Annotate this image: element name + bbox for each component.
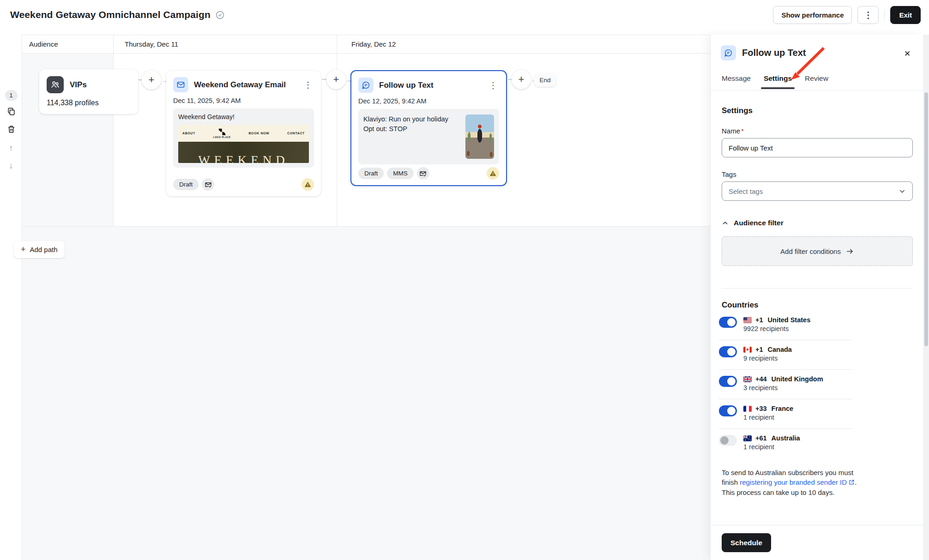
channel-badge: MMS <box>387 168 414 179</box>
country-row-france: +33 France 1 recipient <box>719 399 857 421</box>
email-card-title: Weekend Getaway Email <box>194 80 296 90</box>
audience-name: VIPs <box>70 80 87 90</box>
page-title: Weekend Getaway Omnichannel Campaign <box>10 9 225 20</box>
show-performance-button[interactable]: Show performance <box>773 6 852 24</box>
column-divider <box>113 35 114 226</box>
tags-select[interactable]: Select tags <box>722 181 913 201</box>
schedule-button[interactable]: Schedule <box>722 533 771 552</box>
panel-scrollbar-thumb[interactable] <box>924 92 928 346</box>
status-badge: Draft <box>358 168 384 179</box>
panel-tabs: Message Settings Review <box>722 74 828 89</box>
sms-send-datetime: Dec 12, 2025, 9:42 AM <box>358 97 499 105</box>
tags-placeholder: Select tags <box>729 187 763 195</box>
message-sent-icon <box>417 167 429 180</box>
campaign-title-text: Weekend Getaway Omnichannel Campaign <box>10 9 211 20</box>
tabs-divider <box>711 90 923 91</box>
email-subject: Weekend Getaway! <box>178 113 309 120</box>
countries-section-title: Countries <box>722 301 758 310</box>
country-row-canada: +1 Canada 9 recipients <box>719 340 857 362</box>
row-number-badge: 1 <box>0 90 22 101</box>
add-filter-conditions-button[interactable]: Add filter conditions <box>722 236 913 266</box>
topbar-actions: Show performance ⋮ Exit <box>773 6 921 24</box>
segment-people-icon <box>47 76 64 93</box>
flag-us-icon <box>743 317 752 323</box>
mock-logo: LOGO PLACE <box>213 128 231 138</box>
add-step-button[interactable]: + <box>142 70 161 90</box>
row-toolbar-rail: 1 ↑ ↓ <box>0 35 22 560</box>
email-card-menu-button[interactable]: ⋮ <box>302 80 314 90</box>
move-row-down-button[interactable]: ↓ <box>0 161 22 170</box>
exit-button[interactable]: Exit <box>890 6 921 24</box>
end-node: End <box>534 73 556 87</box>
add-step-button[interactable]: + <box>326 70 346 89</box>
email-channel-icon <box>173 77 188 92</box>
chevron-up-icon <box>722 220 729 227</box>
tab-message[interactable]: Message <box>722 74 751 89</box>
column-divider <box>337 35 337 226</box>
mock-nav-about: ABOUT <box>182 132 195 135</box>
mock-nav-book-now: BOOK NOW <box>248 132 269 135</box>
add-path-button[interactable]: + Add path <box>14 241 65 258</box>
name-label: Name* <box>722 127 744 135</box>
column-thursday: Thursday, Dec 11 <box>125 35 178 54</box>
country-row-united-kingdom: +44 United Kingdom 3 recipients <box>719 369 857 391</box>
email-step-card[interactable]: Weekend Getaway Email ⋮ Dec 11, 2025, 9:… <box>166 71 321 196</box>
country-row-united-states: +1 United States 9922 recipients <box>719 316 857 332</box>
required-asterisk: * <box>741 127 744 135</box>
step-settings-panel: Follow up Text ✕ Message Settings Review… <box>710 35 923 560</box>
country-toggle[interactable] <box>719 435 737 446</box>
tab-review[interactable]: Review <box>805 74 828 89</box>
status-badge: Draft <box>173 179 199 190</box>
country-toggle[interactable] <box>719 405 737 416</box>
flag-gb-icon <box>743 376 752 382</box>
country-toggle[interactable] <box>719 346 737 357</box>
column-friday: Friday, Dec 12 <box>351 35 396 54</box>
sms-message-text: Klaviyo: Run on your holiday Opt out: ST… <box>363 114 461 160</box>
country-row-australia: +61 Australia 1 recipient <box>719 428 857 451</box>
warning-icon <box>302 178 314 191</box>
email-sent-icon <box>202 178 214 191</box>
flag-fr-icon <box>743 406 752 412</box>
section-divider <box>722 288 913 289</box>
audience-filter-toggle[interactable]: Audience filter <box>722 219 784 227</box>
copy-icon <box>7 107 16 116</box>
row-divider-line <box>0 226 710 227</box>
duplicate-row-button[interactable] <box>0 107 22 116</box>
arrow-right-icon <box>845 247 854 256</box>
settings-section-title: Settings <box>722 106 753 115</box>
chevron-down-icon <box>899 187 906 195</box>
external-link-icon <box>849 479 855 485</box>
mms-image-thumbnail <box>465 114 494 159</box>
topbar-separator <box>884 9 885 21</box>
country-toggle[interactable] <box>719 317 737 328</box>
audience-profile-count: 114,338 profiles <box>47 99 131 107</box>
add-step-button[interactable]: + <box>512 70 531 89</box>
mock-nav-contact: CONTACT <box>287 132 305 135</box>
close-panel-button[interactable]: ✕ <box>900 47 914 60</box>
flag-au-icon <box>743 435 752 441</box>
sms-card-menu-button[interactable]: ⋮ <box>487 80 499 90</box>
hero-headline: WEEKEND <box>198 156 289 163</box>
plus-icon: + <box>21 245 26 254</box>
delete-row-button[interactable] <box>0 125 22 133</box>
column-audience: Audience <box>29 35 58 54</box>
more-options-button[interactable]: ⋮ <box>857 6 879 24</box>
warning-icon <box>487 167 499 180</box>
branded-sender-id-link[interactable]: registering your branded sender ID <box>740 478 855 486</box>
name-input[interactable] <box>722 138 913 157</box>
email-preview: Weekend Getaway! ABOUT LOGO PLACE BOOK N… <box>173 108 314 168</box>
logo-mark-icon <box>217 128 227 135</box>
audience-card[interactable]: VIPs 114,338 profiles <box>39 69 138 114</box>
country-toggle[interactable] <box>719 376 737 387</box>
email-template-thumbnail: ABOUT LOGO PLACE BOOK NOW CONTACT WEEKEN… <box>178 125 309 163</box>
email-send-datetime: Dec 11, 2025, 9:42 AM <box>173 97 314 104</box>
sms-channel-icon <box>358 78 374 93</box>
panel-title: Follow up Text <box>742 48 806 58</box>
sms-channel-icon <box>721 45 736 60</box>
sms-step-card[interactable]: Follow up Text ⋮ Dec 12, 2025, 9:42 AM K… <box>350 70 507 186</box>
sms-preview: Klaviyo: Run on your holiday Opt out: ST… <box>358 109 499 164</box>
move-row-up-button[interactable]: ↑ <box>0 144 22 152</box>
australia-sender-id-note: To send to Australian subscribers you mu… <box>722 468 858 497</box>
flag-ca-icon <box>743 347 752 353</box>
tab-settings[interactable]: Settings <box>764 74 792 89</box>
